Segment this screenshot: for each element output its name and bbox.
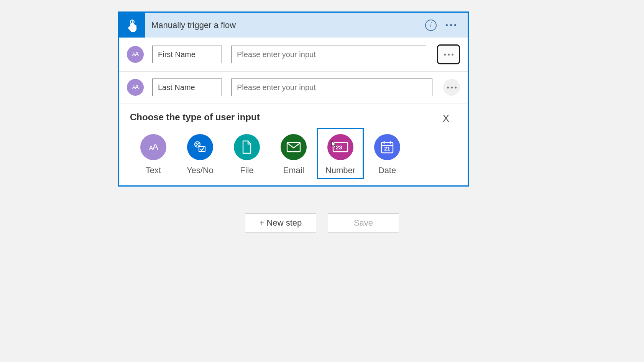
svg-rect-5 xyxy=(199,146,205,152)
input-row-first-name: AA xyxy=(119,38,468,72)
info-icon[interactable]: i xyxy=(425,20,437,31)
yesno-icon xyxy=(187,134,213,160)
type-option-email[interactable]: Email xyxy=(270,128,317,179)
trigger-header[interactable]: Manually trigger a flow i xyxy=(119,13,468,38)
file-icon xyxy=(234,134,260,160)
trigger-card: Manually trigger a flow i AA AA Choose t… xyxy=(118,11,469,187)
type-option-text[interactable]: AA Text xyxy=(130,128,177,179)
text-icon: AA xyxy=(140,134,166,160)
email-icon xyxy=(281,134,307,160)
input-row-last-name: AA xyxy=(119,72,468,103)
type-label: Number xyxy=(325,165,355,175)
text-type-icon: AA xyxy=(127,79,144,96)
date-day-digits: 21 xyxy=(384,146,390,152)
type-option-date[interactable]: 21 Date xyxy=(364,128,411,179)
type-label: Yes/No xyxy=(187,165,214,175)
input-name-field[interactable] xyxy=(152,46,222,63)
input-value-field[interactable] xyxy=(231,79,432,96)
picker-title: Choose the type of user input xyxy=(130,112,457,123)
number-icon: 23 xyxy=(327,134,353,160)
trigger-title: Manually trigger a flow xyxy=(145,20,425,30)
type-option-number[interactable]: 23 Number xyxy=(317,128,364,179)
type-label: Email xyxy=(283,165,304,175)
input-row-more-button[interactable] xyxy=(443,79,460,96)
new-step-button[interactable]: + New step xyxy=(245,213,316,233)
input-row-more-button[interactable] xyxy=(437,44,460,64)
type-label: File xyxy=(240,165,253,175)
number-box-digits: 23 xyxy=(336,144,342,151)
type-option-yesno[interactable]: Yes/No xyxy=(177,128,223,179)
manual-trigger-icon xyxy=(119,13,145,38)
input-type-picker: Choose the type of user input X AA Text xyxy=(119,103,468,185)
date-icon: 21 xyxy=(374,134,400,160)
input-value-field[interactable] xyxy=(231,46,426,63)
trigger-more-menu[interactable] xyxy=(444,20,458,30)
input-name-field[interactable] xyxy=(152,79,222,96)
bottom-action-row: + New step Save xyxy=(0,213,644,233)
save-button[interactable]: Save xyxy=(328,213,399,233)
type-label: Date xyxy=(378,165,396,175)
close-picker-button[interactable]: X xyxy=(443,113,449,124)
type-label: Text xyxy=(146,165,161,175)
type-option-file[interactable]: File xyxy=(223,128,270,179)
type-options-row: AA Text Yes/No xyxy=(130,128,457,179)
text-type-icon: AA xyxy=(127,46,144,63)
